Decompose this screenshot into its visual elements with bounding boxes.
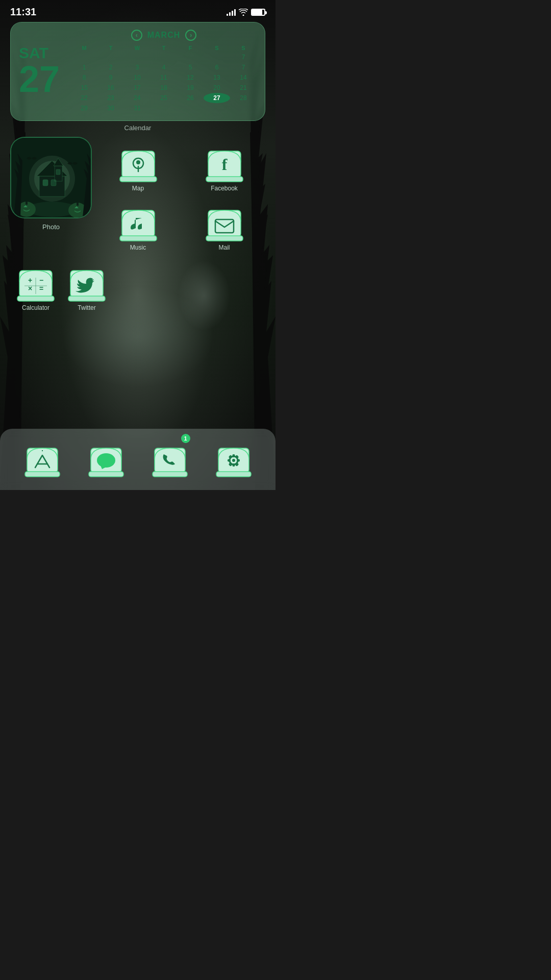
svg-rect-29 [17,296,54,301]
svg-point-48 [232,459,235,462]
calendar-grid-section: ‹ MARCH › M T W T F S [71,30,257,113]
app-calculator[interactable]: + − × = Calculator [15,256,56,311]
dock-appstore[interactable] [24,436,61,478]
svg-rect-39 [25,472,60,477]
calendar-day-number: 27 [19,61,65,97]
cal-day-28[interactable]: 28 [230,93,257,103]
cal-day-25[interactable]: 25 [151,93,177,103]
cal-day-21[interactable]: 21 [230,83,257,93]
app-twitter-label: Twitter [78,304,95,311]
cal-day-18[interactable]: 18 [151,83,177,93]
app-facebook[interactable]: f Facebook [183,137,265,192]
cal-day-7b[interactable]: 7 [230,62,257,72]
svg-rect-37 [68,296,105,301]
svg-text:−: − [39,276,43,284]
svg-rect-15 [77,203,79,206]
svg-rect-41 [89,472,123,477]
svg-rect-17 [120,177,157,182]
signal-bars [227,9,236,16]
svg-rect-51 [228,459,231,462]
cal-header-mon: M [71,44,97,52]
app-mail[interactable]: Mail [183,196,265,251]
svg-rect-13 [26,202,28,205]
svg-text:×: × [28,284,32,292]
status-time: 11:31 [10,6,36,18]
cal-header-wed: W [124,44,151,52]
dock-messages[interactable] [88,436,124,478]
svg-point-42 [97,453,115,468]
svg-text:=: = [39,284,43,292]
cal-day-7[interactable]: 7 [230,52,257,62]
cal-day-24[interactable]: 24 [124,93,151,103]
cal-day-29[interactable]: 29 [71,103,97,113]
cal-header-sun: S [230,44,257,52]
svg-rect-24 [120,236,157,241]
svg-rect-52 [237,459,240,462]
svg-rect-50 [232,463,235,467]
cal-day-8[interactable]: 8 [71,72,97,83]
svg-rect-10 [56,169,60,175]
svg-rect-21 [206,177,243,182]
svg-rect-8 [43,180,48,186]
status-icons [227,9,265,16]
cal-day-2[interactable]: 2 [97,62,124,72]
cal-day-27-today[interactable]: 27 [204,93,230,103]
svg-rect-49 [232,454,235,457]
cal-day-13[interactable]: 13 [204,72,230,83]
cal-day-14[interactable]: 14 [230,72,257,83]
cal-day-20[interactable]: 20 [204,83,230,93]
svg-rect-44 [153,472,187,477]
svg-rect-46 [216,472,251,477]
main-content: SAT 27 ‹ MARCH › M T W [0,22,276,311]
cal-day-10[interactable]: 10 [124,72,151,83]
cal-header-thu: T [151,44,177,52]
cal-day-12[interactable]: 12 [177,72,204,83]
svg-rect-26 [206,236,243,241]
app-facebook-label: Facebook [211,185,238,192]
cal-day-15[interactable]: 15 [71,83,97,93]
cal-day-1[interactable]: 1 [71,62,97,72]
cal-day-4[interactable]: 4 [151,62,177,72]
dock-phone[interactable]: 1 [152,436,188,478]
app-music-label: Music [130,244,146,251]
cal-header-fri: F [177,44,204,52]
cal-day-6[interactable]: 6 [204,62,230,72]
calendar-grid: M T W T F S S 7 [71,44,257,113]
app-map[interactable]: Map [97,137,179,192]
cal-day-23[interactable]: 23 [97,93,124,103]
cal-header-tue: T [97,44,124,52]
cal-day-11[interactable]: 11 [151,72,177,83]
svg-text:+: + [28,276,32,284]
cal-day-3[interactable]: 3 [124,62,151,72]
calendar-month: MARCH [147,31,181,40]
cal-day-16[interactable]: 16 [97,83,124,93]
cal-day-30[interactable]: 30 [97,103,124,113]
calendar-label: Calendar [10,124,265,132]
cal-day-5[interactable]: 5 [177,62,204,72]
dock-settings[interactable] [215,436,252,478]
cal-day-26[interactable]: 26 [177,93,204,103]
calendar-prev-button[interactable]: ‹ [131,30,142,41]
svg-rect-9 [51,180,56,186]
cal-day-22[interactable]: 22 [71,93,97,103]
calendar-next-button[interactable]: › [185,30,196,41]
app-calculator-label: Calculator [22,304,49,311]
cal-day-17[interactable]: 17 [124,83,151,93]
phone-badge: 1 [181,434,190,443]
svg-point-19 [136,160,140,164]
app-photo-label: Photo [42,223,60,231]
dock: 1 [0,429,276,490]
battery-icon [251,9,265,16]
wifi-icon [239,9,248,16]
cal-day-19[interactable]: 19 [177,83,204,93]
app-music[interactable]: Music [97,196,179,251]
app-mail-label: Mail [218,244,230,251]
app-photo[interactable]: Photo [10,137,92,231]
app-twitter[interactable]: Twitter [66,256,107,311]
svg-text:f: f [221,155,227,174]
calendar-day-section: SAT 27 [19,30,65,113]
status-bar: 11:31 [0,0,276,22]
cal-day-31[interactable]: 31 [124,103,151,113]
calendar-widget[interactable]: SAT 27 ‹ MARCH › M T W [10,22,265,121]
cal-day-9[interactable]: 9 [97,72,124,83]
